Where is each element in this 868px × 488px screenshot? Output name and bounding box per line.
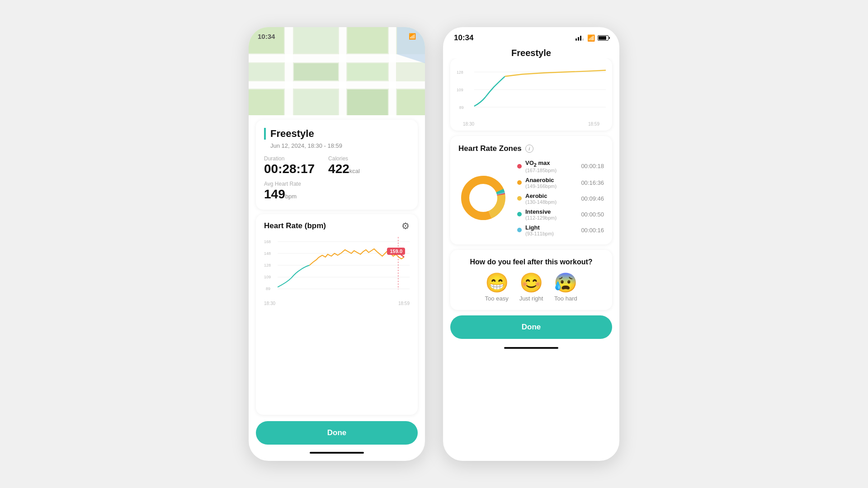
- emoji-just-right: 😊: [519, 273, 543, 292]
- zone-dot-light: [517, 228, 522, 232]
- hr-chart-svg: 168 148 128 109 89: [264, 235, 410, 298]
- status-bar-right: 10:34 📶: [443, 27, 619, 46]
- zone-dot-vo2: [517, 164, 522, 169]
- label-too-hard: Too hard: [554, 295, 577, 302]
- info-icon[interactable]: i: [525, 145, 533, 153]
- feeling-too-hard[interactable]: 😰 Too hard: [554, 273, 577, 302]
- hr-settings-icon[interactable]: ⚙: [401, 221, 410, 231]
- zones-header: Heart Rate Zones i: [458, 144, 604, 153]
- donut-chart: [458, 173, 508, 223]
- zone-time-intensive: 00:00:50: [581, 211, 604, 218]
- chart-x-labels: 18:30 18:59: [264, 301, 410, 306]
- svg-rect-7: [294, 27, 338, 53]
- zone-name-anaerobic: Anaerobic: [525, 177, 577, 183]
- zone-time-aerobic: 00:09:46: [581, 195, 604, 202]
- zone-item-intensive: Intensive (112-129bpm) 00:00:50: [517, 208, 604, 221]
- chart-area: 168 148 128 109 89 159.0 18:30: [264, 235, 410, 307]
- svg-rect-4: [339, 27, 346, 115]
- done-button-right[interactable]: Done: [450, 315, 612, 339]
- zone-range-aerobic: (130-148bpm): [525, 199, 577, 205]
- x-label-start: 18:30: [264, 301, 275, 306]
- done-button-left[interactable]: Done: [256, 421, 418, 445]
- zone-item-light: Light (93-111bpm) 00:00:16: [517, 224, 604, 236]
- zone-info-intensive: Intensive (112-129bpm): [525, 208, 577, 221]
- map-section: 10:34 📶: [249, 27, 425, 115]
- feeling-too-easy[interactable]: 😁 Too easy: [485, 273, 509, 302]
- hr-chart-card: Heart Rate (bpm) ⚙ 168 148 128 109 89: [256, 214, 418, 415]
- status-icons-right: 📶: [576, 34, 609, 42]
- svg-rect-8: [347, 27, 388, 53]
- stats-row: Duration 00:28:17 Calories 422kcal: [264, 155, 410, 176]
- svg-rect-6: [249, 27, 284, 53]
- zone-range-intensive: (112-129bpm): [525, 215, 577, 221]
- battery-fill: [599, 36, 606, 40]
- workout-date: Jun 12, 2024, 18:30 - 18:59: [264, 142, 410, 149]
- left-content: Freestyle Jun 12, 2024, 18:30 - 18:59 Du…: [249, 115, 425, 461]
- chart-tooltip: 159.0: [387, 248, 405, 255]
- svg-text:109: 109: [264, 275, 271, 279]
- workout-summary-card: Freestyle Jun 12, 2024, 18:30 - 18:59 Du…: [256, 120, 418, 210]
- zones-title: Heart Rate Zones: [458, 144, 522, 153]
- zones-content: VO2 max (167-185bpm) 00:00:18 Anaerobic …: [458, 160, 604, 236]
- duration-label: Duration: [264, 155, 315, 162]
- right-phone: 10:34 📶 Freestyle: [443, 27, 619, 461]
- svg-rect-14: [347, 89, 388, 115]
- svg-rect-15: [397, 89, 425, 115]
- hr-chart-right-svg: 128 109 89: [457, 65, 606, 119]
- workout-title: Freestyle: [264, 128, 410, 140]
- svg-text:168: 168: [264, 239, 271, 244]
- feeling-options: 😁 Too easy 😊 Just right 😰 Too hard: [458, 273, 604, 302]
- svg-rect-1: [249, 54, 425, 62]
- zone-range-light: (93-111bpm): [525, 231, 577, 236]
- svg-text:89: 89: [459, 105, 464, 110]
- svg-text:109: 109: [457, 88, 463, 92]
- zone-item-vo2: VO2 max (167-185bpm) 00:00:18: [517, 160, 604, 173]
- x-label-right-start: 18:30: [463, 122, 474, 127]
- svg-rect-10: [294, 63, 338, 80]
- battery-icon: [598, 35, 609, 41]
- calories-label: Calories: [328, 155, 360, 162]
- feeling-just-right[interactable]: 😊 Just right: [519, 273, 543, 302]
- svg-rect-2: [249, 81, 425, 89]
- zone-item-anaerobic: Anaerobic (149-166bpm) 00:16:36: [517, 177, 604, 189]
- wifi-icon: 📶: [409, 33, 416, 40]
- svg-text:128: 128: [457, 70, 463, 75]
- left-phone: 10:34 📶 Freestyle Jun 12, 2024, 18:30 - …: [249, 27, 425, 461]
- zone-name-aerobic: Aerobic: [525, 192, 577, 199]
- duration-stat: Duration 00:28:17: [264, 155, 315, 176]
- avg-hr-value: 149bpm: [264, 187, 410, 202]
- signal-icon: [576, 36, 584, 41]
- duration-value: 00:28:17: [264, 162, 315, 176]
- avg-hr-section: Avg Heart Rate 149bpm: [264, 181, 410, 202]
- feeling-title: How do you feel after this workout?: [458, 258, 604, 266]
- svg-text:148: 148: [264, 251, 271, 256]
- zone-range-anaerobic: (149-166bpm): [525, 183, 577, 189]
- svg-rect-12: [249, 89, 284, 115]
- zone-time-light: 00:00:16: [581, 227, 604, 234]
- emoji-too-hard: 😰: [554, 273, 577, 292]
- zone-time-vo2: 00:00:18: [581, 163, 604, 169]
- zone-name-vo2: VO2 max: [525, 160, 577, 168]
- label-too-easy: Too easy: [485, 295, 509, 302]
- page-title-right: Freestyle: [443, 46, 619, 58]
- zone-dot-anaerobic: [517, 180, 522, 185]
- zone-info-anaerobic: Anaerobic (149-166bpm): [525, 177, 577, 189]
- status-icons: 📶: [409, 33, 416, 40]
- zone-time-anaerobic: 00:16:36: [581, 179, 604, 186]
- status-time: 10:34: [258, 33, 275, 40]
- hr-chart-right-card: 128 109 89 18:30 18:59: [450, 58, 612, 131]
- svg-rect-3: [285, 27, 293, 115]
- zone-name-light: Light: [525, 224, 577, 231]
- wifi-icon-right: 📶: [587, 34, 595, 42]
- svg-rect-11: [347, 63, 388, 80]
- zone-info-vo2: VO2 max (167-185bpm): [525, 160, 577, 173]
- svg-text:89: 89: [266, 286, 270, 291]
- zone-item-aerobic: Aerobic (130-148bpm) 00:09:46: [517, 192, 604, 205]
- calories-stat: Calories 422kcal: [328, 155, 360, 176]
- zone-name-intensive: Intensive: [525, 208, 577, 215]
- svg-point-39: [471, 185, 496, 211]
- hr-chart-title: Heart Rate (bpm): [264, 221, 326, 230]
- x-label-end: 18:59: [398, 301, 410, 306]
- zones-card: Heart Rate Zones i: [450, 136, 612, 244]
- right-content: 128 109 89 18:30 18:59 Heart Rate Zones …: [443, 58, 619, 461]
